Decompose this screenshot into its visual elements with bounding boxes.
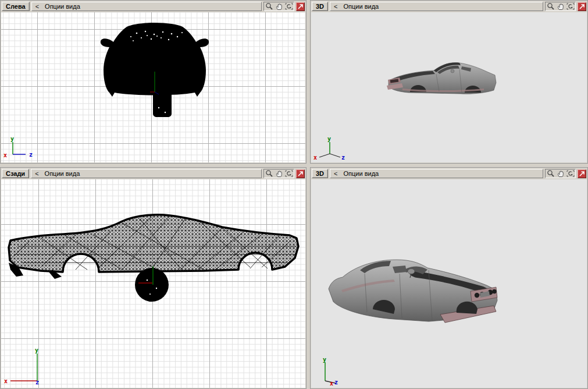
viewport-left-view: Слева < Опции вида [0, 0, 307, 164]
collapse-arrow-icon[interactable]: < [35, 170, 38, 177]
car-3d-front-quarter [324, 254, 504, 338]
zoom-icon[interactable] [264, 169, 274, 178]
viewport-header: 3D < Опции вида [311, 168, 587, 179]
maximize-view-button[interactable] [296, 169, 305, 178]
view-options-bar[interactable]: < Опции вида [31, 2, 262, 11]
zoom-icon[interactable] [546, 2, 555, 10]
collapse-arrow-icon[interactable]: < [35, 3, 39, 10]
car-front-silhouette [96, 20, 213, 123]
viewport-header: Слева < Опции вида [1, 1, 306, 12]
rotate-view-icon[interactable] [565, 2, 575, 10]
rotate-view-icon[interactable] [284, 169, 294, 178]
zoom-icon[interactable] [264, 2, 274, 10]
axis-gizmo: y x z [313, 358, 350, 386]
axis-z-label: z [29, 151, 33, 158]
canvas-left-view[interactable]: y z x [1, 12, 305, 162]
view-tool-group [545, 169, 576, 178]
viewport-header: 3D < Опции вида [311, 1, 587, 12]
view-options-label: Опции вида [45, 170, 80, 177]
axis-x-label: x [3, 152, 7, 158]
view-tool-group [545, 2, 576, 11]
view-options-bar[interactable]: < Опции вида [31, 169, 262, 178]
pan-hand-icon[interactable] [555, 169, 565, 178]
view-name-button[interactable]: 3D [312, 2, 328, 11]
viewport-rear-view: Сзади < Опции вида [0, 167, 307, 389]
axis-gizmo: y z x [2, 136, 38, 161]
axis-x-label: x [330, 380, 333, 386]
axis-y-label: y [35, 347, 38, 353]
axis-x-label: x [313, 154, 317, 161]
viewport-3d-bottom: 3D < Опции вида [310, 167, 588, 389]
view-tool-group [263, 169, 294, 178]
viewport-header: Сзади < Опции вида [1, 168, 306, 179]
axis-y-label: y [323, 358, 326, 363]
view-options-label: Опции вида [344, 170, 379, 177]
maximize-view-button[interactable] [578, 2, 586, 11]
axis-x-label: x [4, 378, 8, 384]
view-options-label: Опции вида [344, 3, 379, 10]
axis-y-label: y [327, 136, 331, 142]
view-options-bar[interactable]: < Опции вида [330, 2, 543, 11]
car-3d-rear-quarter [384, 56, 503, 109]
collapse-arrow-icon[interactable]: < [334, 3, 337, 10]
view-options-bar[interactable]: < Опции вида [330, 169, 543, 178]
zoom-icon[interactable] [546, 169, 555, 178]
maximize-view-button[interactable] [296, 2, 305, 11]
axis-y-label: y [10, 136, 14, 142]
canvas-3d-top[interactable]: y x z [311, 12, 587, 162]
rotate-view-icon[interactable] [284, 2, 294, 10]
view-name-button[interactable]: Слева [2, 2, 30, 11]
axis-gizmo: y x z [2, 346, 45, 385]
pan-hand-icon[interactable] [555, 2, 565, 10]
collapse-arrow-icon[interactable]: < [334, 170, 337, 177]
car-side-wireframe [6, 211, 304, 307]
axis-z-label: z [35, 379, 39, 385]
canvas-rear-view[interactable]: y x z [1, 179, 305, 388]
rotate-view-icon[interactable] [565, 169, 575, 178]
axis-z-label: z [334, 379, 338, 386]
view-name-button[interactable]: Сзади [2, 169, 29, 178]
view-tool-group [263, 2, 294, 11]
view-options-label: Опции вида [45, 3, 80, 10]
maximize-view-button[interactable] [578, 169, 586, 178]
axis-gizmo: y x z [312, 136, 348, 161]
view-name-button[interactable]: 3D [312, 169, 328, 178]
pan-hand-icon[interactable] [274, 169, 284, 178]
viewport-3d-top: 3D < Опции вида [310, 0, 588, 164]
pan-hand-icon[interactable] [274, 2, 284, 10]
axis-z-label: z [341, 154, 345, 161]
canvas-3d-bottom[interactable]: y x z [311, 179, 587, 388]
